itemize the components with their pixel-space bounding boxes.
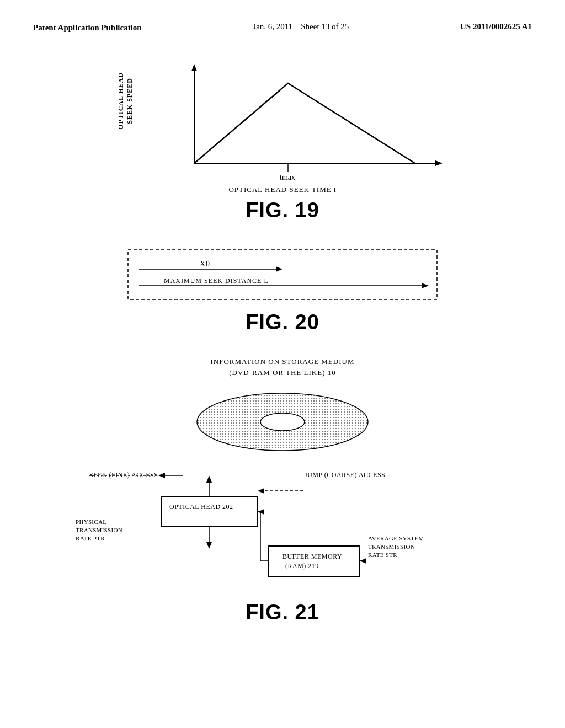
svg-marker-36 bbox=[258, 509, 264, 515]
svg-text:TRANSMISSION: TRANSMISSION bbox=[368, 543, 415, 550]
svg-text:RATE STR: RATE STR bbox=[368, 552, 397, 558]
fig21-disk-svg bbox=[189, 386, 376, 452]
fig19-chart: tmax bbox=[161, 61, 448, 183]
svg-marker-29 bbox=[206, 542, 212, 549]
page-header: Patent Application Publication Jan. 6, 2… bbox=[0, 0, 565, 45]
svg-marker-11 bbox=[422, 283, 429, 288]
svg-rect-23 bbox=[161, 496, 258, 527]
svg-marker-3 bbox=[435, 160, 443, 166]
fig19-caption: OPTICAL HEAD SEEK TIME t FIG. 19 bbox=[228, 185, 336, 222]
fig21-section: INFORMATION ON STORAGE MEDIUM (DVD-RAM O… bbox=[44, 356, 521, 624]
svg-text:SEEK (FINE) ACCESS: SEEK (FINE) ACCESS bbox=[89, 471, 158, 479]
fig21-connections-svg: SEEK (FINE) ACCESS JUMP (COARSE) ACCESS … bbox=[73, 463, 492, 585]
svg-text:JUMP (COARSE) ACCESS: JUMP (COARSE) ACCESS bbox=[305, 471, 385, 479]
fig20-section: X0 MAXIMUM SEEK DISTANCE L FIG. 20 bbox=[44, 244, 521, 334]
fig19-yaxis-label: OPTICAL HEADSEEK SPEED bbox=[117, 72, 156, 130]
patent-number: US 2011/0002625 A1 bbox=[460, 22, 532, 31]
svg-text:tmax: tmax bbox=[280, 173, 295, 181]
fig19-graph: OPTICAL HEADSEEK SPEED tmax bbox=[161, 61, 448, 183]
svg-marker-18 bbox=[158, 473, 165, 478]
svg-text:TRANSMISSION: TRANSMISSION bbox=[76, 527, 122, 533]
fig20-chart: X0 MAXIMUM SEEK DISTANCE L bbox=[122, 244, 443, 305]
svg-rect-6 bbox=[128, 250, 437, 299]
svg-text:BUFFER MEMORY: BUFFER MEMORY bbox=[282, 553, 342, 560]
svg-text:RATE PTR: RATE PTR bbox=[76, 535, 105, 542]
header-center: Jan. 6, 2011 Sheet 13 of 25 bbox=[253, 22, 349, 31]
svg-text:(RAM) 219: (RAM) 219 bbox=[285, 562, 319, 570]
svg-marker-8 bbox=[276, 266, 282, 272]
svg-marker-22 bbox=[258, 488, 264, 494]
svg-text:X0: X0 bbox=[200, 260, 210, 268]
svg-marker-43 bbox=[206, 475, 212, 483]
svg-point-15 bbox=[260, 413, 305, 431]
svg-rect-30 bbox=[269, 546, 360, 576]
fig21-disk-area bbox=[73, 386, 492, 452]
fig20-diagram: X0 MAXIMUM SEEK DISTANCE L bbox=[122, 244, 443, 305]
svg-text:OPTICAL HEAD 202: OPTICAL HEAD 202 bbox=[169, 503, 233, 511]
fig19-section: OPTICAL HEADSEEK SPEED tmax OPTICAL HE bbox=[44, 61, 521, 222]
fig19-title: FIG. 19 bbox=[228, 199, 336, 222]
fig21-title: FIG. 21 bbox=[73, 601, 492, 624]
svg-marker-1 bbox=[191, 64, 197, 71]
svg-text:PHYSICAL: PHYSICAL bbox=[76, 518, 106, 525]
svg-text:AVERAGE SYSTEM: AVERAGE SYSTEM bbox=[368, 535, 424, 542]
page-content: OPTICAL HEADSEEK SPEED tmax OPTICAL HE bbox=[0, 61, 565, 624]
svg-text:MAXIMUM SEEK DISTANCE L: MAXIMUM SEEK DISTANCE L bbox=[164, 277, 269, 285]
svg-marker-41 bbox=[360, 558, 366, 564]
fig21-inner: INFORMATION ON STORAGE MEDIUM (DVD-RAM O… bbox=[73, 356, 492, 624]
fig19-xaxis-label: OPTICAL HEAD SEEK TIME t bbox=[228, 185, 336, 194]
sheet-info: Sheet 13 of 25 bbox=[301, 22, 349, 31]
fig21-storage-label: INFORMATION ON STORAGE MEDIUM (DVD-RAM O… bbox=[73, 356, 492, 378]
fig20-title: FIG. 20 bbox=[246, 311, 319, 334]
publication-title: Patent Application Publication bbox=[33, 22, 142, 34]
publication-date: Jan. 6, 2011 bbox=[253, 22, 292, 31]
